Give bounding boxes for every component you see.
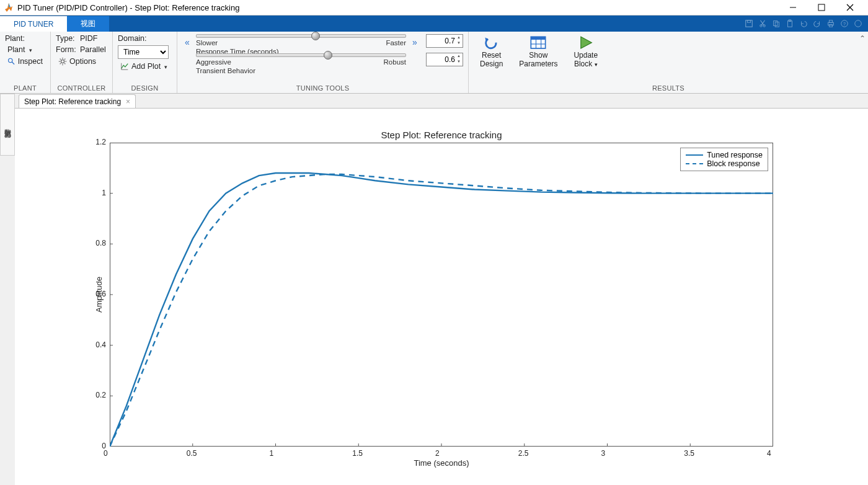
chart-title: Step Plot: Reference tracking — [15, 109, 868, 143]
table-icon — [529, 35, 547, 50]
data-browser-panel-tab[interactable]: 数据浏览器 — [0, 94, 15, 156]
document-tabs: Step Plot: Reference tracking × — [0, 94, 868, 109]
svg-line-26 — [64, 63, 65, 64]
minimize-button[interactable] — [779, 0, 807, 16]
window-title: PID Tuner (PID/PID Controller) - Step Pl… — [17, 3, 779, 12]
type-label: Type: — [56, 34, 78, 43]
svg-rect-32 — [531, 37, 546, 40]
show-parameters-button[interactable]: ShowParameters — [513, 34, 564, 70]
reset-design-button[interactable]: ResetDesign — [474, 34, 509, 70]
svg-line-25 — [60, 59, 61, 60]
legend-tuned: Tuned response — [707, 151, 763, 159]
update-block-button[interactable]: UpdateBlock ▾ — [567, 34, 604, 70]
cut-icon[interactable] — [756, 17, 769, 30]
slower-arrow-icon[interactable]: « — [182, 38, 192, 47]
svg-text:?: ? — [843, 22, 846, 26]
controller-group-label: CONTROLLER — [56, 83, 107, 92]
play-icon — [577, 35, 595, 50]
faster-label: Faster — [386, 39, 406, 47]
quick-access-toolbar: ? — [743, 16, 868, 32]
inspect-button[interactable]: Inspect — [5, 56, 45, 66]
gear-icon — [58, 57, 67, 66]
ribbon-tabstrip: PID TUNER 视图 ? — [0, 16, 868, 32]
legend-block: Block response — [707, 159, 760, 168]
print-icon[interactable] — [825, 17, 837, 30]
window-titlebar: PID Tuner (PID/PID Controller) - Step Pl… — [0, 0, 868, 16]
tab-view[interactable]: 视图 — [67, 16, 109, 32]
aggressive-label: Aggressive — [196, 58, 231, 66]
svg-point-18 — [9, 58, 12, 62]
svg-point-20 — [61, 60, 64, 63]
domain-label: Domain: — [118, 34, 172, 43]
close-button[interactable] — [836, 0, 864, 16]
copy-icon[interactable] — [770, 17, 782, 30]
x-axis-label: Time (seconds) — [414, 458, 469, 468]
form-value: Parallel — [80, 45, 107, 54]
robust-label: Robust — [384, 58, 406, 66]
slower-label: Slower — [196, 39, 218, 47]
maximize-button[interactable] — [807, 0, 836, 16]
svg-line-19 — [12, 62, 14, 65]
ribbon-group-controller: Type: PIDF Form: Parallel Options CONTRO… — [51, 32, 113, 93]
svg-rect-36 — [110, 143, 773, 447]
redo-icon[interactable] — [811, 17, 823, 30]
design-group-label: DESIGN — [118, 83, 172, 92]
paste-icon[interactable] — [784, 17, 796, 30]
faster-arrow-icon[interactable]: » — [410, 38, 420, 47]
tab-pid-tuner[interactable]: PID TUNER — [0, 16, 67, 32]
domain-select[interactable]: Time — [118, 45, 169, 59]
undo-arrow-icon — [483, 35, 500, 50]
svg-rect-4 — [746, 20, 753, 27]
doc-tab-step-plot[interactable]: Step Plot: Reference tracking × — [19, 94, 136, 108]
svg-rect-5 — [747, 20, 750, 23]
svg-rect-13 — [829, 20, 832, 23]
add-plot-button[interactable]: Add Plot — [118, 61, 172, 71]
save-icon[interactable] — [743, 17, 755, 30]
transient-behavior-input[interactable]: 0.6▲▼ — [426, 53, 463, 66]
options-button[interactable]: Options — [56, 56, 107, 66]
transient-label: Transient Behavior — [196, 67, 255, 74]
undo-icon[interactable] — [797, 17, 810, 30]
tuning-group-label: TUNING TOOLS — [182, 83, 463, 92]
plant-dropdown[interactable]: Plant — [5, 45, 45, 55]
more-icon[interactable] — [852, 17, 864, 30]
step-response-chart: Amplitude Time (seconds) Tuned response … — [110, 143, 773, 447]
chart-icon — [120, 62, 129, 71]
close-doc-tab-icon[interactable]: × — [126, 97, 130, 106]
help-icon[interactable]: ? — [838, 17, 851, 30]
plant-label: Plant: — [5, 34, 45, 43]
ribbon-group-results: ResetDesign ShowParameters UpdateBlock ▾… — [469, 32, 868, 93]
ribbon: Plant: Plant Inspect PLANT Type: PIDF Fo… — [0, 32, 868, 94]
type-value: PIDF — [80, 34, 107, 43]
svg-line-27 — [60, 63, 61, 64]
form-label: Form: — [56, 45, 78, 54]
matlab-logo-icon — [4, 2, 14, 12]
response-time-input[interactable]: 0.7▲▼ — [426, 34, 463, 48]
plot-area: Step Plot: Reference tracking Amplitude … — [15, 109, 868, 485]
plant-group-label: PLANT — [5, 83, 45, 92]
ribbon-group-plant: Plant: Plant Inspect PLANT — [0, 32, 51, 93]
svg-rect-1 — [818, 4, 825, 11]
results-group-label: RESULTS — [474, 83, 863, 92]
ribbon-group-design: Domain: Time Add Plot DESIGN — [113, 32, 177, 93]
ribbon-group-tuning: « SlowerFaster Response Time (seconds) A… — [177, 32, 469, 93]
chart-legend: Tuned response Block response — [680, 148, 768, 171]
magnifier-icon — [7, 57, 16, 66]
svg-line-28 — [64, 59, 65, 60]
svg-rect-10 — [788, 21, 792, 27]
collapse-ribbon-icon[interactable]: ⌃ — [859, 34, 866, 43]
svg-point-17 — [855, 20, 862, 27]
